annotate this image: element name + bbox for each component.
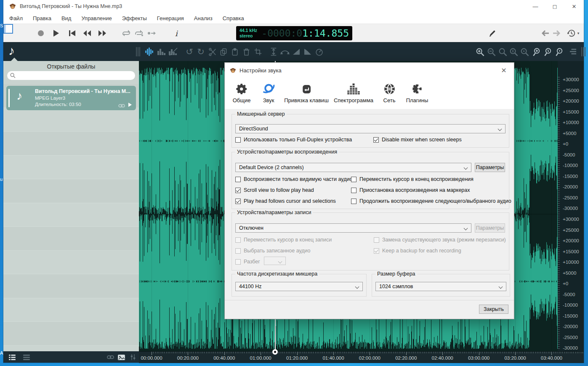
cut-icon[interactable]: [207, 47, 217, 57]
vertical-zoom-in-icon[interactable]: [531, 47, 541, 57]
checkbox-play-visible-only[interactable]: Воспроизвести только видимую части аудио: [235, 176, 352, 182]
menu-edit[interactable]: Правка: [33, 15, 51, 21]
menu-generation[interactable]: Генерация: [157, 15, 184, 21]
zoom-in-icon[interactable]: [475, 47, 485, 57]
timeline-major-tick: [551, 352, 552, 355]
fade-in-icon[interactable]: [291, 47, 301, 57]
checkbox-label: Переместить курсор в конец воспроизведен…: [359, 176, 474, 182]
close-button[interactable]: ✕: [564, 0, 584, 13]
checkbox-disable-mixer[interactable]: Disable mixer when screen sleeps: [373, 137, 462, 143]
spectrogram-off-icon[interactable]: [168, 47, 178, 57]
file-play-icon[interactable]: [128, 103, 132, 107]
normalize-icon[interactable]: [314, 47, 324, 57]
menu-control[interactable]: Управление: [81, 15, 112, 21]
timeline-major-tick: [515, 352, 516, 355]
play-from-cursor-icon[interactable]: [146, 28, 157, 39]
checkbox-box: [235, 199, 241, 204]
nav-forward-button[interactable]: [551, 28, 562, 39]
amplitude-tick-label: -25000: [563, 195, 578, 200]
toolbar-drag-handle[interactable]: [578, 47, 588, 57]
delete-icon[interactable]: [241, 47, 251, 57]
open-files-tab-note-icon[interactable]: ♪: [8, 44, 15, 58]
tab-plugins[interactable]: Плагины: [392, 80, 442, 103]
tab-key-bindings[interactable]: Привязка клавиш: [281, 80, 332, 103]
group-legend: Устройства/параметры записи: [235, 210, 313, 215]
timeline-label: 02:20.000: [395, 355, 417, 361]
vertical-zoom-reset-icon[interactable]: [554, 47, 564, 57]
fast-forward-button[interactable]: [97, 28, 108, 39]
checkbox-playhead-follows[interactable]: Play head follows cursor and selections: [235, 198, 336, 204]
menu-analysis[interactable]: Анализ: [194, 15, 213, 21]
checkbox-box: [374, 248, 379, 254]
reverse-icon[interactable]: [280, 47, 290, 57]
menu-view[interactable]: Вид: [61, 15, 72, 21]
menu-effects[interactable]: Эффекты: [122, 15, 147, 21]
menu-help[interactable]: Справка: [223, 15, 244, 21]
menu-bar: Файл Правка Вид Управление Эффекты Генер…: [3, 13, 584, 24]
file-loop-icon[interactable]: [118, 104, 125, 108]
rewind-button[interactable]: [82, 28, 93, 39]
sample-rate-select[interactable]: 44100 Hz: [235, 282, 363, 291]
menu-file[interactable]: Файл: [9, 15, 23, 21]
checkbox-continue-next-audio[interactable]: Продолжить воспроизведение следующего/вы…: [351, 198, 511, 204]
vertical-zoom-out-icon[interactable]: [543, 47, 553, 57]
zoom-selection-icon[interactable]: [519, 47, 529, 57]
amplitude-tick-label: -10000: [563, 163, 578, 168]
dialog-close-action-button[interactable]: Закрыть: [479, 305, 508, 314]
amplitude-scale[interactable]: +30000+25000+20000+15000+10000+5000+0-50…: [558, 61, 584, 351]
playback-params-button[interactable]: Параметры: [475, 163, 505, 172]
playback-group: Устройство/параметры воспроизведения Def…: [231, 152, 509, 209]
dialog-titlebar[interactable]: Настройки звука ✕: [225, 63, 514, 78]
paste-icon[interactable]: [230, 47, 240, 57]
buffer-size-select[interactable]: 1024 сэмплов: [375, 282, 506, 291]
dialog-footer-separator: [225, 300, 514, 300]
file-list-item[interactable]: ♪ Витольд Петровский - Ты Нужна М... MPE…: [6, 86, 136, 110]
playhead-marker[interactable]: [272, 349, 278, 355]
mixer-server-select[interactable]: DirectSound: [235, 124, 506, 133]
minimize-button[interactable]: —: [526, 0, 545, 13]
zoom-one-to-one-icon[interactable]: [508, 47, 519, 57]
nav-back-button[interactable]: [540, 28, 551, 39]
thumbnail-view-icon[interactable]: [117, 353, 125, 361]
maximize-button[interactable]: ◻: [545, 0, 564, 13]
undo-icon[interactable]: ↺: [184, 47, 194, 57]
link-files-icon[interactable]: [106, 353, 114, 361]
toolbar-drag-handle[interactable]: [133, 47, 143, 57]
checkbox-cursor-to-end-playback[interactable]: Переместить курсор в конец воспроизведен…: [351, 176, 474, 182]
checkbox-pause-on-markers[interactable]: Приостановка воспроизведения на маркерах: [351, 187, 470, 193]
waveform-view-icon[interactable]: [145, 47, 155, 57]
trim-icon[interactable]: [253, 47, 263, 57]
pen-edit-icon[interactable]: [487, 28, 498, 39]
copy-icon[interactable]: [218, 47, 229, 57]
detailed-list-view-icon[interactable]: [8, 353, 16, 361]
amplify-icon[interactable]: [269, 47, 279, 57]
mixer-server-group: Микшерный сервер DirectSound Использоват…: [231, 114, 509, 148]
selection-tool-button[interactable]: [3, 24, 13, 34]
zoom-out-icon[interactable]: [486, 47, 496, 57]
dialog-close-button[interactable]: ✕: [500, 66, 508, 74]
checkbox-scroll-follow[interactable]: Scroll view to follow play head: [235, 187, 314, 193]
loop-playback-icon[interactable]: [121, 28, 132, 39]
history-caret-icon[interactable]: ▾: [573, 28, 584, 39]
spectrum-view-icon[interactable]: [157, 47, 167, 57]
file-search-input[interactable]: [7, 71, 135, 80]
playback-device-select[interactable]: Default Device (2 channels): [235, 163, 471, 172]
skip-to-start-button[interactable]: [67, 28, 77, 39]
timeline[interactable]: 00:00.00000:20.00000:40.00001:00.00001:2…: [139, 351, 584, 363]
fade-out-icon[interactable]: [303, 47, 313, 57]
amplitude-tick-label: +10000: [563, 260, 579, 265]
effects-list-icon[interactable]: [568, 47, 578, 57]
compact-list-view-icon[interactable]: [22, 353, 31, 361]
redo-icon[interactable]: ↻: [196, 47, 206, 57]
info-button[interactable]: i: [171, 28, 182, 39]
recording-device-select[interactable]: Отключен: [235, 223, 471, 233]
window-titlebar[interactable]: Витольд Петровский - Ты Нужна Мне.mp3 — …: [3, 0, 584, 13]
amplitude-tick-label: -10000: [563, 302, 578, 308]
record-button[interactable]: [35, 28, 46, 39]
play-button[interactable]: [51, 28, 61, 39]
zoom-fit-icon[interactable]: [498, 47, 508, 57]
checkbox-full-duplex[interactable]: Использовать только Full-Duplex устройст…: [235, 137, 352, 143]
mixer-faders-icon[interactable]: [129, 353, 137, 361]
tab-label: Привязка клавиш: [284, 97, 329, 103]
loop-selection-icon[interactable]: [133, 28, 144, 39]
